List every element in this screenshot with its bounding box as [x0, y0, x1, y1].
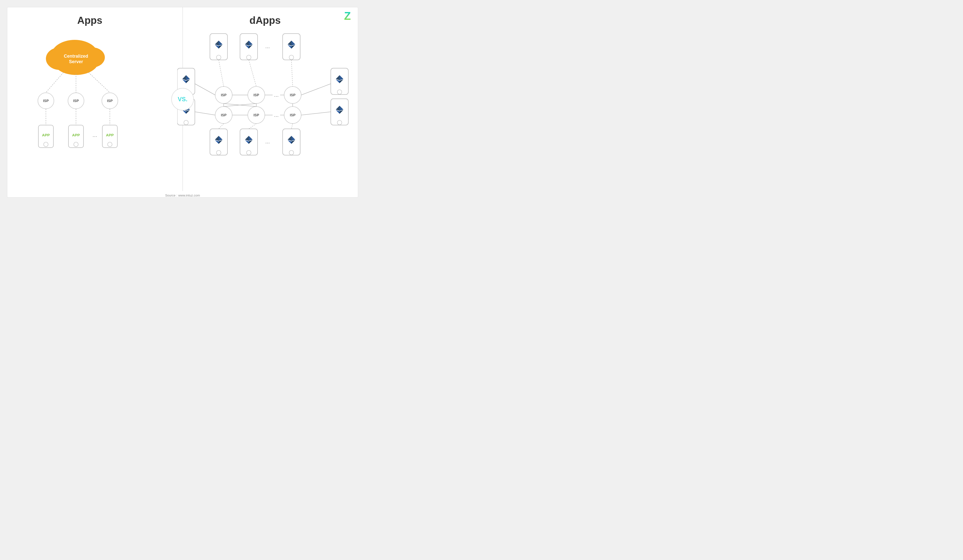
main-content: VS. Apps Centralized Server: [7, 7, 358, 191]
svg-text:ISP: ISP: [221, 113, 227, 117]
svg-text:...: ...: [265, 43, 270, 49]
svg-text:ISP: ISP: [253, 93, 259, 97]
svg-marker-31: [181, 36, 185, 39]
vs-label: VS.: [178, 96, 188, 103]
svg-line-53: [292, 60, 293, 86]
svg-text:ISP: ISP: [73, 99, 79, 103]
slide-container: Z VS. Apps: [7, 7, 358, 197]
apps-diagram: Centralized Server ISP ISP ISP: [19, 31, 160, 176]
svg-marker-29: [177, 31, 185, 36]
svg-text:APP: APP: [106, 133, 114, 137]
svg-text:Server: Server: [69, 59, 83, 64]
svg-text:ISP: ISP: [221, 93, 227, 97]
source-text: Source : www.intuz.com: [7, 194, 358, 197]
svg-line-71: [292, 124, 293, 129]
svg-line-65: [195, 84, 215, 95]
svg-line-9: [89, 73, 110, 92]
svg-line-7: [46, 73, 63, 92]
svg-text:APP: APP: [72, 133, 80, 137]
svg-text:...: ...: [274, 92, 279, 98]
svg-text:Z: Z: [344, 10, 351, 22]
svg-point-34: [184, 53, 188, 57]
svg-line-69: [219, 124, 224, 129]
svg-text:...: ...: [274, 112, 279, 118]
svg-text:ISP: ISP: [107, 99, 113, 103]
vs-circle: VS.: [171, 88, 194, 110]
svg-text:ISP: ISP: [43, 99, 49, 103]
logo-icon: Z: [344, 10, 354, 24]
svg-line-66: [301, 84, 331, 95]
svg-text:ISP: ISP: [290, 113, 296, 117]
svg-text:...: ...: [92, 132, 97, 138]
svg-line-68: [301, 112, 331, 115]
svg-line-70: [249, 124, 256, 129]
svg-line-67: [195, 112, 215, 115]
svg-text:...: ...: [265, 138, 270, 145]
svg-text:ISP: ISP: [290, 93, 296, 97]
dapps-diagram: ... ... ISP: [177, 31, 353, 181]
svg-text:ISP: ISP: [253, 113, 259, 117]
svg-line-52: [249, 60, 256, 86]
dapps-side: dApps: [172, 7, 358, 191]
svg-marker-30: [177, 36, 181, 39]
svg-text:APP: APP: [42, 133, 50, 137]
svg-rect-33: [177, 31, 195, 57]
svg-text:Centralized: Centralized: [64, 53, 88, 59]
apps-title: Apps: [77, 15, 102, 26]
dapps-title: dApps: [250, 15, 280, 26]
svg-line-51: [219, 60, 224, 86]
apps-side: Apps Centralized Server ISP: [7, 7, 172, 191]
svg-marker-32: [181, 31, 185, 36]
